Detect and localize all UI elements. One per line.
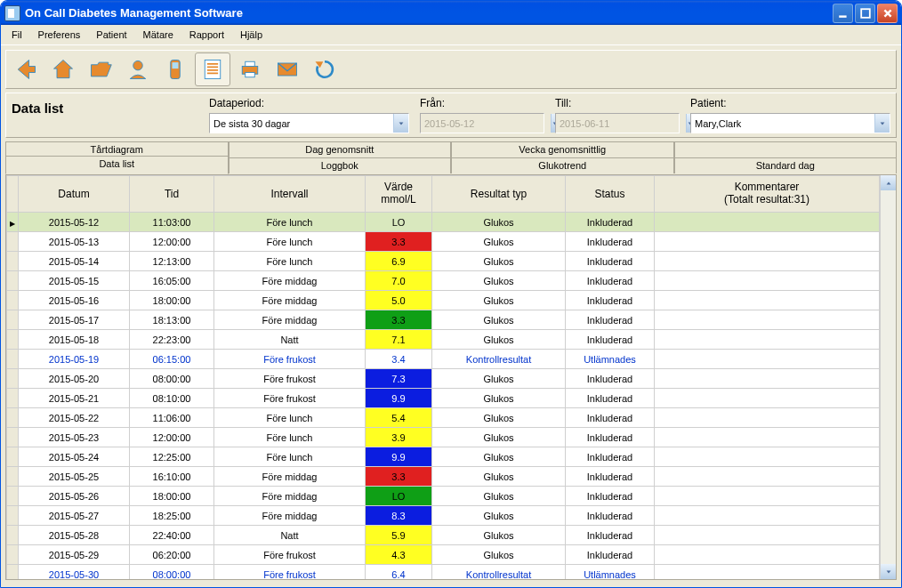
period-label: Dataperiod: — [209, 97, 409, 109]
patient-button[interactable] — [120, 52, 156, 86]
from-select — [420, 113, 544, 133]
filter-bar: Data list Dataperiod: Från: Till: — [5, 93, 897, 138]
table-row[interactable]: 2015-05-2516:10:00Före middag3.3GlukosIn… — [7, 467, 880, 487]
menu-rapport[interactable]: Rapport — [182, 28, 231, 42]
table-row[interactable]: 2015-05-2008:00:00Före frukost7.3GlukosI… — [7, 369, 880, 389]
table-row[interactable]: 2015-05-1618:00:00Före middag5.0GlukosIn… — [7, 291, 880, 310]
from-label: Från: — [420, 97, 544, 109]
menu-preferens[interactable]: Preferens — [31, 28, 88, 42]
titlebar[interactable]: On Call Diabetes Management Software — [1, 1, 901, 25]
from-value — [421, 114, 551, 133]
refresh-button[interactable] — [307, 52, 342, 86]
table-row[interactable]: 2015-05-1906:15:00Före frukost3.4Kontrol… — [7, 350, 880, 369]
to-value — [556, 114, 686, 133]
minimize-button[interactable] — [833, 4, 853, 23]
tab-Standard dag[interactable]: Standard dag — [674, 157, 898, 173]
to-select — [555, 113, 680, 133]
patient-label: Patient: — [690, 97, 890, 109]
table-row[interactable]: 2015-05-2211:06:00Före lunch5.4GlukosInk… — [7, 408, 880, 428]
table-row[interactable]: 2015-05-1312:00:00Före lunch3.3GlukosInk… — [7, 232, 880, 252]
app-window: On Call Diabetes Management Software Fil… — [0, 0, 902, 588]
open-button[interactable] — [83, 52, 118, 86]
table-row[interactable]: 2015-05-2412:25:00Före lunch9.9GlukosInk… — [7, 447, 880, 467]
table-row[interactable]: 2015-05-2822:40:00Natt5.9GlukosInkludera… — [7, 526, 880, 545]
table-row[interactable]: 2015-05-2312:00:00Före lunch3.9GlukosInk… — [7, 428, 880, 447]
table-row[interactable]: 2015-05-2618:00:00Före middagLOGlukosInk… — [7, 487, 880, 506]
email-button[interactable] — [270, 52, 305, 86]
scrollbar[interactable] — [880, 175, 896, 579]
to-label: Till: — [555, 97, 680, 109]
table-row[interactable]: 2015-05-2108:10:00Före frukost9.9GlukosI… — [7, 389, 880, 408]
scroll-track[interactable] — [881, 190, 896, 564]
svg-rect-11 — [246, 61, 255, 66]
svg-point-2 — [133, 60, 143, 70]
menu-mätare[interactable]: Mätare — [136, 28, 181, 42]
patient-select[interactable] — [690, 113, 890, 133]
svg-rect-1 — [861, 9, 870, 18]
tab-Dag genomsnitt[interactable]: Dag genomsnitt — [229, 141, 452, 157]
table-row[interactable]: 2015-05-2718:25:00Före middag8.3GlukosIn… — [7, 506, 880, 526]
menu-patient[interactable]: Patient — [89, 28, 133, 42]
tab-Glukotrend[interactable]: Glukotrend — [451, 157, 674, 173]
chevron-down-icon[interactable] — [874, 114, 890, 133]
menu-fil[interactable]: Fil — [4, 28, 29, 42]
tab-Loggbok[interactable]: Loggbok — [229, 157, 452, 173]
print-button[interactable] — [232, 52, 268, 86]
meter-button[interactable] — [157, 52, 193, 86]
svg-rect-4 — [173, 62, 179, 68]
table-row[interactable]: 2015-05-1412:13:00Före lunch6.9GlukosInk… — [7, 252, 880, 271]
page-title: Data list — [6, 93, 204, 137]
table-row[interactable]: 2015-05-1516:05:00Före middag7.0GlukosIn… — [7, 271, 880, 291]
back-button[interactable] — [8, 52, 44, 86]
scroll-up-button[interactable] — [881, 175, 896, 190]
scroll-down-button[interactable] — [881, 564, 896, 579]
patient-value[interactable] — [691, 114, 874, 133]
table-row[interactable]: 2015-05-1822:23:00Natt7.1GlukosInkludera… — [7, 330, 880, 350]
period-select[interactable] — [209, 113, 409, 133]
menu-hjälp[interactable]: Hjälp — [233, 28, 270, 42]
tab-Vecka genomsnittlig[interactable]: Vecka genomsnittlig — [451, 141, 674, 157]
period-value[interactable] — [210, 114, 393, 133]
tab-empty[interactable] — [674, 141, 898, 157]
chevron-down-icon[interactable] — [393, 114, 408, 133]
menubar: FilPreferensPatientMätareRapportHjälp — [1, 25, 901, 45]
svg-rect-12 — [246, 73, 255, 77]
table-row[interactable]: 2015-05-1718:13:00Före middag3.3GlukosIn… — [7, 310, 880, 330]
toolbar — [5, 50, 897, 89]
window-title: On Call Diabetes Management Software — [25, 6, 833, 20]
table-row[interactable]: 2015-05-3008:00:00Före frukost6.4Kontrol… — [7, 565, 880, 580]
datalist-button[interactable] — [195, 52, 230, 86]
svg-rect-0 — [839, 15, 846, 17]
maximize-button[interactable] — [855, 4, 875, 23]
table-row[interactable]: 2015-05-2906:20:00Före frukost4.3GlukosI… — [7, 545, 880, 565]
data-grid[interactable]: DatumTidIntervallVärdemmol/LResultat typ… — [6, 175, 880, 579]
close-button[interactable] — [877, 4, 898, 23]
app-icon — [4, 5, 20, 21]
tab-Data list[interactable]: Data list — [5, 156, 229, 174]
home-button[interactable] — [45, 52, 81, 86]
table-row[interactable]: 2015-05-1211:03:00Före lunchLOGlukosInkl… — [7, 213, 880, 232]
